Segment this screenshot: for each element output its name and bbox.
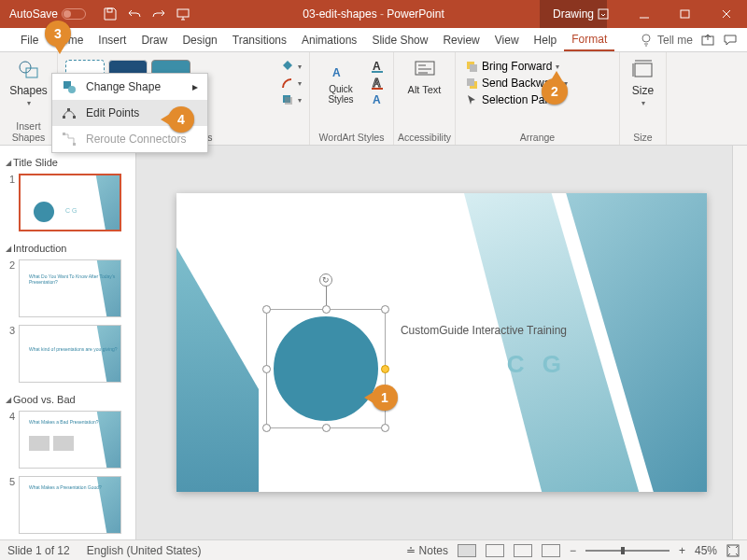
- tab-file[interactable]: File: [13, 28, 46, 51]
- quick-styles-button[interactable]: A Quick Styles: [319, 58, 362, 105]
- slide-decoration: [176, 247, 259, 492]
- text-fill-button[interactable]: A: [371, 60, 384, 73]
- bring-forward-icon: [465, 60, 478, 73]
- work-area: Title Slide 1 C G Introduction 2 What Do…: [0, 146, 747, 539]
- tab-draw[interactable]: Draw: [134, 28, 175, 51]
- thumb-number: 2: [6, 259, 15, 271]
- shapes-button[interactable]: Shapes▾: [7, 58, 50, 107]
- svg-rect-14: [372, 88, 383, 90]
- menu-change-shape[interactable]: Change Shape▸: [52, 74, 207, 100]
- minimize-button[interactable]: [624, 0, 665, 28]
- tab-design[interactable]: Design: [175, 28, 224, 51]
- tab-review[interactable]: Review: [435, 28, 486, 51]
- close-button[interactable]: [706, 0, 747, 28]
- tab-transitions[interactable]: Transitions: [225, 28, 294, 51]
- redo-icon[interactable]: [151, 7, 166, 21]
- status-slide-count[interactable]: Slide 1 of 12: [7, 544, 70, 557]
- group-label: Accessibility: [398, 130, 451, 143]
- slide-thumbnail-3[interactable]: What kind of presentations are you givin…: [19, 325, 121, 383]
- svg-rect-29: [63, 133, 65, 135]
- zoom-in-button[interactable]: +: [679, 544, 685, 557]
- resize-handle[interactable]: [262, 305, 271, 314]
- zoom-slider[interactable]: [585, 550, 669, 552]
- tab-insert[interactable]: Insert: [91, 28, 134, 51]
- tab-format[interactable]: Format: [564, 28, 614, 51]
- group-arrange: Bring Forward▾ Send Backward▾ Selection …: [456, 52, 620, 145]
- autosave-toggle[interactable]: AutoSave: [9, 7, 86, 21]
- effects-icon: [281, 93, 294, 106]
- svg-point-6: [20, 62, 31, 73]
- slide-canvas-area[interactable]: CustomGuide Interactive Training C G ↻: [136, 146, 747, 539]
- undo-icon[interactable]: [127, 7, 142, 21]
- shapes-icon: [17, 58, 41, 82]
- svg-rect-20: [467, 78, 474, 86]
- notes-button[interactable]: ≐ Notes: [406, 544, 448, 557]
- share-button[interactable]: [700, 33, 715, 48]
- slideshow-view-button[interactable]: [542, 544, 560, 557]
- svg-rect-23: [635, 63, 652, 77]
- slide-logo-text[interactable]: C G: [507, 350, 567, 379]
- oval-shape[interactable]: [272, 315, 380, 423]
- sorter-view-button[interactable]: [486, 544, 504, 557]
- resize-handle[interactable]: [381, 305, 389, 314]
- resize-handle[interactable]: [322, 424, 331, 432]
- section-header[interactable]: Introduction: [4, 239, 132, 258]
- shape-effects-button[interactable]: ▾: [281, 93, 302, 106]
- slide-navigator[interactable]: Title Slide 1 C G Introduction 2 What Do…: [0, 146, 136, 539]
- resize-handle[interactable]: [322, 305, 331, 314]
- rotation-handle[interactable]: ↻: [319, 273, 332, 287]
- reading-view-button[interactable]: [514, 544, 532, 557]
- svg-rect-2: [599, 9, 608, 19]
- selected-shape[interactable]: ↻: [257, 300, 395, 438]
- start-slideshow-icon[interactable]: [176, 7, 190, 21]
- thumb-number: 5: [6, 476, 15, 487]
- status-bar: Slide 1 of 12 English (United States) ≐ …: [0, 539, 747, 560]
- zoom-out-button[interactable]: −: [570, 544, 576, 557]
- window-title: 03-edit-shapes - PowerPoint: [303, 7, 444, 21]
- size-button[interactable]: Size▾: [622, 58, 665, 107]
- text-outline-button[interactable]: A: [371, 77, 384, 90]
- tab-help[interactable]: Help: [527, 28, 565, 51]
- ribbon-display-button[interactable]: [583, 0, 624, 28]
- shape-outline-button[interactable]: ▾: [281, 77, 302, 90]
- step-badge-3: 3: [45, 21, 71, 47]
- maximize-button[interactable]: [665, 0, 706, 28]
- slide[interactable]: CustomGuide Interactive Training C G ↻: [176, 193, 707, 492]
- svg-rect-28: [67, 108, 70, 111]
- status-language[interactable]: English (United States): [87, 544, 202, 557]
- slide-thumbnail-4[interactable]: What Makes a Bad Presentation?: [19, 411, 121, 469]
- group-insert-shapes: Shapes▾ Insert Shapes: [0, 52, 58, 145]
- shape-fill-button[interactable]: ▾: [281, 60, 302, 73]
- resize-handle[interactable]: [381, 424, 389, 432]
- comments-button[interactable]: [723, 33, 738, 48]
- tab-slideshow[interactable]: Slide Show: [364, 28, 435, 51]
- title-bar: AutoSave 03-edit-shapes - PowerPoint Dra…: [0, 0, 747, 28]
- save-icon[interactable]: [103, 7, 118, 21]
- section-header[interactable]: Title Slide: [4, 153, 132, 172]
- text-effects-button[interactable]: A: [371, 93, 384, 106]
- vertical-scrollbar[interactable]: [732, 146, 747, 539]
- zoom-level[interactable]: 45%: [695, 544, 717, 557]
- group-wordart-styles: A Quick Styles A A A WordArt Styles: [310, 52, 394, 145]
- svg-rect-27: [73, 116, 76, 119]
- slide-thumbnail-1[interactable]: C G: [19, 174, 121, 231]
- step-badge-1: 1: [372, 385, 398, 411]
- svg-rect-1: [177, 9, 189, 17]
- thumb-number: 3: [6, 325, 15, 336]
- adjust-handle[interactable]: [381, 365, 389, 373]
- tab-animations[interactable]: Animations: [294, 28, 364, 51]
- slide-thumbnail-2[interactable]: What Do You Want To Know After Today's P…: [19, 259, 121, 317]
- section-header[interactable]: Good vs. Bad: [4, 390, 132, 409]
- slide-subtitle-text[interactable]: CustomGuide Interactive Training: [401, 324, 567, 337]
- alt-text-button[interactable]: Alt Text: [403, 58, 446, 95]
- resize-handle[interactable]: [262, 424, 271, 432]
- fit-to-window-button[interactable]: [726, 544, 740, 557]
- resize-handle[interactable]: [262, 365, 271, 373]
- send-backward-icon: [465, 77, 478, 90]
- slide-thumbnail-5[interactable]: What Makes a Presentation Good?: [19, 476, 121, 534]
- tab-view[interactable]: View: [487, 28, 527, 51]
- tell-me-search[interactable]: Tell me: [639, 33, 693, 48]
- normal-view-button[interactable]: [458, 544, 476, 557]
- svg-rect-18: [470, 64, 477, 72]
- selection-pane-icon: [465, 93, 478, 106]
